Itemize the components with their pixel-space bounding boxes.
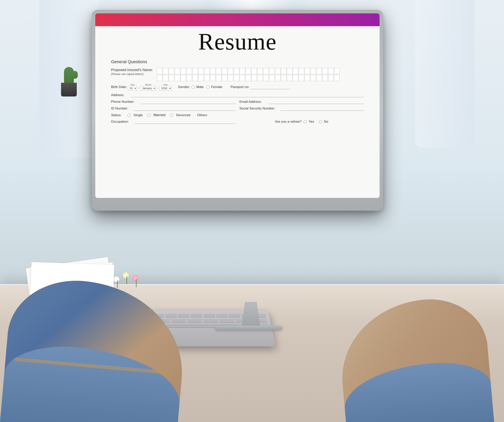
pink-flower-3 xyxy=(132,275,138,281)
char-box[interactable] xyxy=(334,68,340,74)
radio-no[interactable] xyxy=(319,120,322,123)
resume-title: Resume xyxy=(111,28,364,55)
char-box[interactable] xyxy=(311,68,316,74)
status-single-label: Single xyxy=(133,113,143,117)
char-box[interactable] xyxy=(252,68,257,74)
email-input[interactable] xyxy=(269,100,364,104)
char-box[interactable] xyxy=(334,75,340,81)
char-box[interactable] xyxy=(328,68,334,74)
birth-day-select[interactable]: 01 xyxy=(128,86,137,90)
char-box[interactable] xyxy=(252,75,257,81)
char-box[interactable] xyxy=(163,75,168,81)
char-box[interactable] xyxy=(228,68,233,74)
retiree-no-label: No xyxy=(324,120,328,124)
occupation-input[interactable] xyxy=(134,120,235,124)
char-box[interactable] xyxy=(263,68,269,74)
char-box[interactable] xyxy=(281,75,287,81)
char-box[interactable] xyxy=(222,68,227,74)
char-box[interactable] xyxy=(180,75,186,81)
monitor-base xyxy=(215,326,282,330)
char-box[interactable] xyxy=(157,68,162,74)
char-box[interactable] xyxy=(175,75,180,81)
char-box[interactable] xyxy=(246,75,251,81)
flower-stem-5 xyxy=(136,279,137,287)
char-box[interactable] xyxy=(316,68,322,74)
phone-input[interactable] xyxy=(140,100,235,104)
char-box[interactable] xyxy=(269,75,275,81)
screen-content: Resume General Questions Proposed Insure… xyxy=(95,26,380,198)
flower-5 xyxy=(132,275,140,287)
char-box[interactable] xyxy=(198,68,204,74)
char-box[interactable] xyxy=(257,68,263,74)
char-box[interactable] xyxy=(192,68,198,74)
char-box[interactable] xyxy=(210,68,216,74)
char-box[interactable] xyxy=(240,75,245,81)
char-box[interactable] xyxy=(305,75,310,81)
char-box[interactable] xyxy=(210,75,216,81)
char-box[interactable] xyxy=(234,75,239,81)
radio-male[interactable] xyxy=(192,85,195,89)
char-box[interactable] xyxy=(293,75,298,81)
char-box[interactable] xyxy=(163,68,168,74)
char-box[interactable] xyxy=(175,68,180,74)
char-box[interactable] xyxy=(246,68,251,74)
status-others-label: Others xyxy=(197,113,207,117)
left-sleeve xyxy=(0,341,184,422)
char-box[interactable] xyxy=(263,75,269,81)
char-box[interactable] xyxy=(257,75,263,81)
phone-label: Phone Number: xyxy=(111,100,139,104)
char-box[interactable] xyxy=(216,68,222,74)
char-box[interactable] xyxy=(322,68,328,74)
char-box[interactable] xyxy=(169,68,174,74)
address-input[interactable] xyxy=(131,93,364,97)
birth-month-select[interactable]: January xyxy=(140,86,156,90)
char-box[interactable] xyxy=(234,68,239,74)
social-security-input[interactable] xyxy=(280,106,364,111)
cactus-arm xyxy=(72,71,78,79)
char-box[interactable] xyxy=(204,75,210,81)
radio-yes[interactable] xyxy=(304,120,307,123)
cactus-plant xyxy=(64,67,74,83)
char-box[interactable] xyxy=(328,75,334,81)
radio-single[interactable] xyxy=(128,114,131,117)
char-box[interactable] xyxy=(204,68,210,74)
char-box[interactable] xyxy=(275,75,281,81)
char-box[interactable] xyxy=(299,75,304,81)
char-box[interactable] xyxy=(287,68,292,74)
insured-name-sublabel: (Please use capital letters) xyxy=(111,72,153,76)
char-box[interactable] xyxy=(240,68,245,74)
birth-year-select[interactable]: 2016 xyxy=(159,86,172,90)
char-box[interactable] xyxy=(186,68,192,74)
monitor-outer-frame: Resume General Questions Proposed Insure… xyxy=(92,10,383,211)
char-box[interactable] xyxy=(305,68,310,74)
char-box[interactable] xyxy=(169,75,174,81)
char-box[interactable] xyxy=(275,68,281,74)
address-label: Address: xyxy=(111,93,129,97)
char-box[interactable] xyxy=(322,75,328,81)
char-box[interactable] xyxy=(157,75,162,81)
char-box[interactable] xyxy=(311,75,316,81)
char-box[interactable] xyxy=(281,68,287,74)
char-box[interactable] xyxy=(269,68,275,74)
char-box[interactable] xyxy=(316,75,322,81)
char-box[interactable] xyxy=(186,75,192,81)
radio-divorced[interactable] xyxy=(170,114,173,117)
right-sleeve xyxy=(342,358,494,422)
char-box[interactable] xyxy=(299,68,304,74)
char-box[interactable] xyxy=(216,75,222,81)
char-box[interactable] xyxy=(180,68,186,74)
char-box[interactable] xyxy=(198,75,204,81)
monitor: Resume General Questions Proposed Insure… xyxy=(92,10,383,211)
radio-female[interactable] xyxy=(206,85,210,89)
status-divorced-label: Devorced xyxy=(176,113,190,117)
char-box[interactable] xyxy=(192,75,198,81)
char-box[interactable] xyxy=(287,75,292,81)
passport-input[interactable] xyxy=(250,85,290,89)
char-box[interactable] xyxy=(293,68,298,74)
cactus-pot xyxy=(61,83,77,96)
radio-married[interactable] xyxy=(147,114,151,117)
char-box[interactable] xyxy=(222,75,227,81)
cactus-decoration xyxy=(61,67,77,96)
id-input[interactable] xyxy=(134,106,235,111)
char-box[interactable] xyxy=(228,75,233,81)
